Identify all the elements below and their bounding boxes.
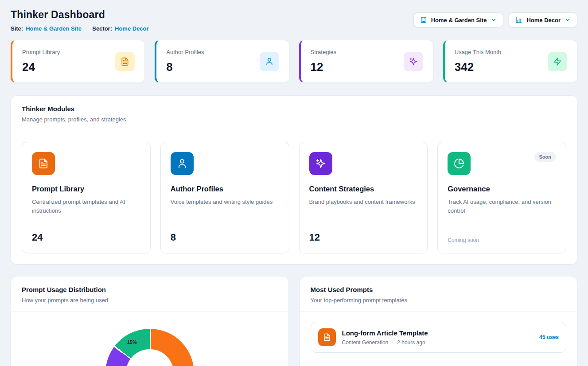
zap-icon <box>548 52 567 71</box>
bar-chart-icon <box>515 16 522 23</box>
module-card-prompt-library[interactable]: Prompt Library Centralized prompt templa… <box>22 142 151 253</box>
header-actions: Home & Garden Site Home Decor <box>413 12 577 27</box>
stat-label: Strategies <box>311 49 337 55</box>
module-description: Brand playbooks and content frameworks <box>309 198 418 206</box>
sector-selector[interactable]: Home Decor <box>509 12 577 27</box>
section-title: Most Used Prompts <box>311 286 567 293</box>
pie-chart-icon <box>448 152 471 175</box>
separator: · <box>392 339 393 346</box>
module-description: Track AI usage, compliance, and version … <box>448 198 556 215</box>
section-title: Thinker Modules <box>22 105 566 113</box>
usage-donut-chart: 15% <box>11 312 288 366</box>
module-title: Author Profiles <box>171 185 279 193</box>
stat-value: 24 <box>22 60 60 74</box>
module-title: Content Strategies <box>309 185 418 193</box>
sector-selector-label: Home Decor <box>526 17 561 23</box>
chevron-down-icon <box>565 17 571 23</box>
user-icon <box>171 152 194 175</box>
module-card-author-profiles[interactable]: Author Profiles Voice templates and writ… <box>160 142 289 253</box>
header: Thinker Dashboard Site: Home & Garden Si… <box>11 9 577 32</box>
chart-card-header: Prompt Usage Distribution How your promp… <box>11 276 288 311</box>
prompt-title: Long-form Article Template <box>342 329 533 337</box>
module-description: Centralized prompt templates and AI inst… <box>32 198 140 215</box>
module-card-governance[interactable]: Soon Governance Track AI usage, complian… <box>437 142 566 253</box>
stat-value: 8 <box>166 60 204 74</box>
stats-row: Prompt Library 24 Author Profiles 8 Stra… <box>11 40 577 83</box>
stat-card-prompt-library: Prompt Library 24 <box>11 40 145 83</box>
sparkles-icon <box>404 52 423 71</box>
stat-value: 12 <box>311 60 337 74</box>
module-head <box>309 152 418 175</box>
sector-label: Sector: <box>92 25 112 32</box>
section-subtitle: Manage prompts, profiles, and strategies <box>22 116 566 123</box>
thinker-modules-card: Thinker Modules Manage prompts, profiles… <box>11 95 577 265</box>
modules-grid: Prompt Library Centralized prompt templa… <box>11 131 577 264</box>
page-title: Thinker Dashboard <box>11 9 149 21</box>
module-head: Soon <box>448 152 556 175</box>
stat-label: Usage This Month <box>455 49 501 55</box>
donut-segment-label: 15% <box>127 339 137 345</box>
stat-card-author-profiles: Author Profiles 8 <box>155 40 289 83</box>
file-text-icon <box>32 152 55 175</box>
prompt-info: Long-form Article Template Content Gener… <box>342 329 533 346</box>
stat-label: Author Profiles <box>166 49 204 55</box>
list-item-long-form-article[interactable]: Long-form Article Template Content Gener… <box>311 322 567 353</box>
dashboard-page: Thinker Dashboard Site: Home & Garden Si… <box>0 0 588 366</box>
usage-count-badge: 45 uses <box>539 334 559 340</box>
prompt-meta: Content Generation · 2 hours ago <box>342 339 533 346</box>
chevron-down-icon <box>491 17 497 23</box>
prompt-list: Long-form Article Template Content Gener… <box>300 312 577 362</box>
site-selector[interactable]: Home & Garden Site <box>413 12 504 27</box>
site-selector-label: Home & Garden Site <box>431 17 487 23</box>
stat-info: Author Profiles 8 <box>166 49 204 74</box>
breadcrumb: Site: Home & Garden Site · Sector: Home … <box>11 25 149 32</box>
coming-soon-label: Coming soon <box>448 231 556 243</box>
stat-info: Usage This Month 342 <box>455 49 501 74</box>
prompt-category: Content Generation <box>342 339 389 346</box>
user-icon <box>260 52 279 71</box>
module-title: Prompt Library <box>32 185 140 193</box>
prompts-card-header: Most Used Prompts Your top-performing pr… <box>300 276 577 311</box>
stat-label: Prompt Library <box>22 49 60 55</box>
prompt-time: 2 hours ago <box>397 339 425 346</box>
file-text-icon <box>318 328 336 346</box>
most-used-prompts-card: Most Used Prompts Your top-performing pr… <box>300 276 578 366</box>
stat-info: Prompt Library 24 <box>22 49 60 74</box>
module-card-content-strategies[interactable]: Content Strategies Brand playbooks and c… <box>299 142 428 253</box>
file-text-icon <box>115 52 135 71</box>
stat-info: Strategies 12 <box>311 49 337 74</box>
soon-badge: Soon <box>534 152 557 162</box>
module-description: Voice templates and writing style guides <box>171 198 279 206</box>
stat-value: 342 <box>455 60 501 74</box>
module-head <box>32 152 140 175</box>
prompt-usage-card: Prompt Usage Distribution How your promp… <box>11 276 289 366</box>
module-count: 24 <box>32 232 140 243</box>
sparkles-icon <box>309 152 332 175</box>
site-link[interactable]: Home & Garden Site <box>26 25 82 32</box>
title-block: Thinker Dashboard Site: Home & Garden Si… <box>11 9 149 32</box>
module-head <box>171 152 279 175</box>
site-label: Site: <box>11 25 23 32</box>
sector-link[interactable]: Home Decor <box>115 25 149 32</box>
module-count: 8 <box>171 232 279 243</box>
stat-card-usage: Usage This Month 342 <box>443 40 577 83</box>
stat-card-strategies: Strategies 12 <box>299 40 433 83</box>
section-title: Prompt Usage Distribution <box>22 286 278 293</box>
usage-donut: 15% <box>105 329 194 366</box>
module-count: 12 <box>309 232 418 243</box>
section-subtitle: Your top-performing prompt templates <box>311 297 567 304</box>
section-subtitle: How your prompts are being used <box>22 297 278 304</box>
building-icon <box>420 16 427 23</box>
bottom-row: Prompt Usage Distribution How your promp… <box>11 276 577 366</box>
separator: · <box>86 25 88 32</box>
module-title: Governance <box>448 185 556 193</box>
modules-header: Thinker Modules Manage prompts, profiles… <box>11 96 577 131</box>
